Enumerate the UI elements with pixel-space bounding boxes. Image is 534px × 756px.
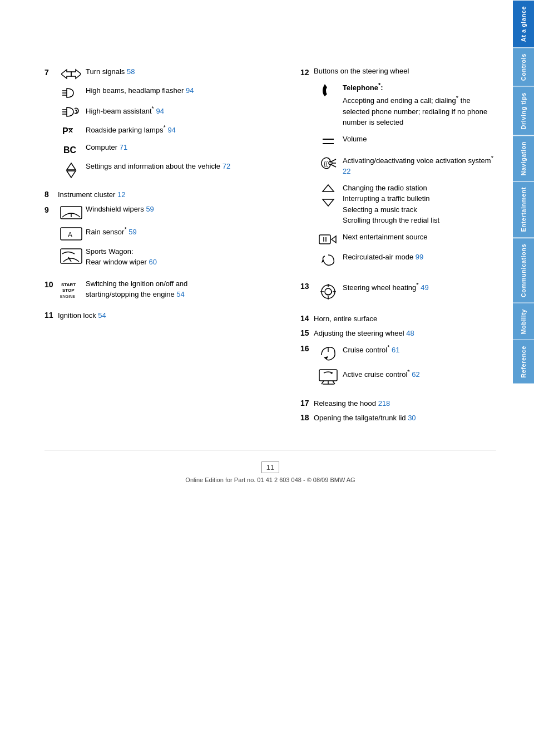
computer-icon: BC: [57, 143, 86, 156]
item-8-text: Instrument cluster 12: [58, 190, 125, 199]
footer-text: Online Edition for Part no. 01 41 2 603 …: [185, 477, 355, 483]
computer-page[interactable]: 71: [120, 143, 127, 151]
sidebar-tab-mobility[interactable]: Mobility: [513, 303, 534, 340]
voice-activation-text: Activating/deactivating voice activation…: [343, 154, 496, 177]
active-cruise-page[interactable]: 62: [412, 370, 419, 379]
svg-marker-44: [324, 356, 328, 360]
rain-sensor-text: Rain sensor* 59: [86, 225, 278, 238]
rain-sensor-page[interactable]: 59: [128, 228, 136, 236]
active-cruise-text: Active cruise control* 62: [343, 367, 496, 380]
item-13-num: 13: [300, 281, 314, 291]
roadside-parking-page[interactable]: 94: [167, 126, 175, 134]
item-18-num: 18: [300, 413, 314, 422]
sidebar-tab-reference[interactable]: Reference: [513, 340, 534, 384]
item-15-num: 15: [300, 328, 314, 337]
settings-info-page[interactable]: 72: [222, 162, 230, 170]
cruise-control-text: Cruise control* 61: [343, 343, 496, 356]
cruise-control-page[interactable]: 61: [392, 346, 399, 354]
item-12: 12 Buttons on the steering wheel: [300, 67, 496, 274]
item-12-content: Buttons on the steering wheel Telephone*…: [314, 67, 496, 274]
next-entertainment-text: Next entertainment source: [343, 232, 496, 243]
steering-heating-text: Steering wheel heating* 49: [343, 281, 496, 293]
steering-heating-page[interactable]: 49: [421, 283, 428, 292]
next-entertainment-row: Next entertainment source: [314, 232, 496, 246]
main-content: 7 Turn signals 58: [0, 0, 513, 756]
start-stop-icon: START STOP ENGINE: [57, 279, 86, 300]
radio-up-icon: [314, 183, 343, 207]
windshield-wipers-icon: [57, 204, 86, 220]
page-footer: 11 Online Edition for Part no. 01 41 2 6…: [44, 450, 496, 483]
item-9: 9 Windshie: [44, 204, 278, 273]
high-beams-page[interactable]: 94: [186, 86, 194, 95]
item-11-page[interactable]: 54: [98, 311, 106, 320]
item-11-text: Ignition lock 54: [58, 311, 106, 320]
ignition-switch-page[interactable]: 54: [176, 290, 184, 298]
item-17: 17 Releasing the hood 218: [300, 399, 496, 408]
item-16: 16: [300, 343, 496, 392]
item-9-num: 9: [44, 204, 57, 214]
rain-sensor-icon: A: [57, 225, 86, 242]
volume-text: Volume: [343, 134, 496, 145]
sidebar-tab-navigation[interactable]: Navigation: [513, 135, 534, 181]
high-beam-assistant-text: High-beam assistant* 94: [86, 105, 278, 117]
item-10-num: 10: [44, 279, 57, 289]
page-container: 7 Turn signals 58: [0, 0, 534, 756]
sidebar-tab-controls[interactable]: Controls: [513, 47, 534, 86]
svg-text:A: A: [68, 231, 72, 239]
item-14-text: Horn, entire surface: [314, 315, 377, 323]
windshield-wipers-row: Windshield wipers 59: [57, 204, 278, 220]
rear-window-wiper-page[interactable]: 60: [149, 258, 156, 266]
ignition-switch-row: START STOP ENGINE Switching the ignition…: [57, 279, 278, 300]
high-beam-assistant-page[interactable]: 94: [156, 107, 164, 115]
high-beams-icon: [57, 86, 86, 100]
svg-line-20: [68, 257, 71, 262]
item-8-num: 8: [44, 190, 58, 199]
windshield-wipers-page[interactable]: 59: [146, 205, 154, 213]
svg-text:P: P: [62, 126, 68, 136]
item-7-num: 7: [44, 67, 57, 77]
item-17-page[interactable]: 218: [378, 399, 390, 408]
recirculated-air-text: Recirculated-air mode 99: [343, 252, 496, 263]
sidebar-tab-driving-tips[interactable]: Driving tips: [513, 86, 534, 135]
next-entertainment-icon: [314, 232, 343, 246]
right-sidebar: At a glance Controls Driving tips Naviga…: [513, 0, 534, 756]
recirculated-air-row: Recirculated-air mode 99: [314, 252, 496, 268]
sidebar-tab-at-a-glance[interactable]: At a glance: [513, 0, 534, 47]
item-8-page[interactable]: 12: [117, 190, 125, 199]
turn-signals-icon: [57, 67, 86, 81]
high-beams-text: High beams, headlamp flasher 94: [86, 86, 278, 96]
item-14-num: 14: [300, 314, 314, 323]
item-18-page[interactable]: 30: [408, 414, 416, 422]
computer-row: BC Computer 71: [57, 143, 278, 156]
settings-info-text: Settings and information about the vehic…: [86, 161, 278, 172]
item-15-page[interactable]: 48: [406, 329, 414, 337]
recirculated-air-page[interactable]: 99: [416, 253, 423, 261]
two-col-layout: 7 Turn signals 58: [44, 67, 496, 428]
sidebar-tab-communications[interactable]: Communications: [513, 238, 534, 303]
item-16-num: 16: [300, 343, 314, 353]
high-beam-assistant-row: High-beam assistant* 94: [57, 105, 278, 119]
turn-signals-page[interactable]: 58: [127, 67, 135, 76]
item-11: 11 Ignition lock 54: [44, 311, 278, 320]
active-cruise-icon: [314, 367, 343, 386]
rear-window-wiper-icon: [57, 247, 86, 265]
active-cruise-row: Active cruise control* 62: [314, 367, 496, 386]
item-9-content: Windshield wipers 59 A: [57, 204, 278, 273]
item-12-num: 12: [300, 67, 314, 77]
svg-line-27: [332, 159, 336, 161]
svg-line-29: [332, 165, 336, 167]
high-beams-row: High beams, headlamp flasher 94: [57, 86, 278, 100]
svg-marker-32: [323, 199, 334, 206]
cruise-control-icon: [314, 343, 343, 362]
sidebar-tab-entertainment[interactable]: Entertainment: [513, 181, 534, 237]
telephone-text: Telephone*: Accepting and ending a call;…: [343, 81, 496, 128]
ignition-switch-text: Switching the ignition on/off and starti…: [86, 279, 278, 300]
roadside-parking-text: Roadside parking lamps* 94: [86, 124, 278, 136]
roadside-parking-icon: P: [57, 124, 86, 138]
recirculated-air-icon: [314, 252, 343, 268]
svg-rect-46: [319, 370, 337, 381]
voice-activation-page[interactable]: 22: [343, 167, 350, 175]
item-11-num: 11: [44, 311, 58, 320]
item-10-content: START STOP ENGINE Switching the ignition…: [57, 279, 278, 305]
radio-controls-text: Changing the radio station Interrupting …: [343, 183, 496, 226]
